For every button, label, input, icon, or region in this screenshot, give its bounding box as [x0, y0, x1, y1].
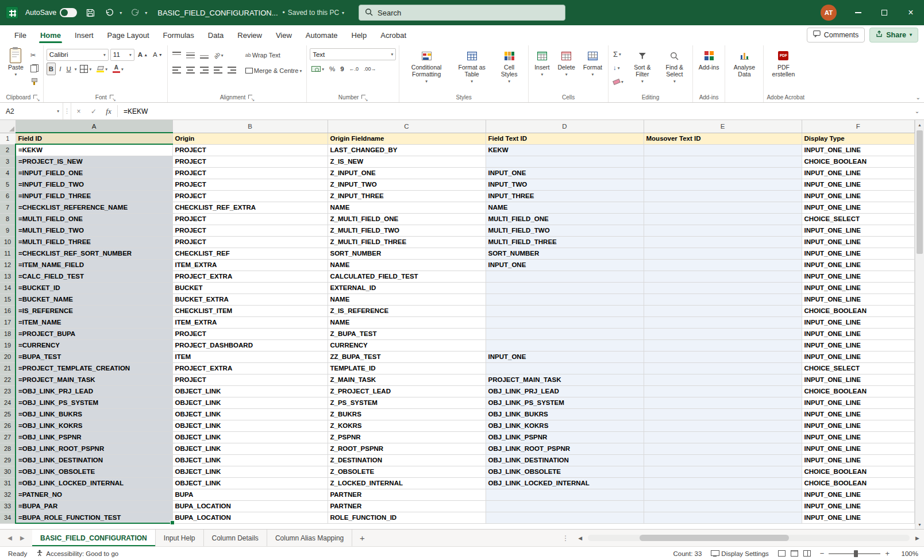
cell-C33[interactable]: PARTNER: [328, 500, 486, 512]
column-header-A[interactable]: A: [16, 120, 172, 133]
row-header-5[interactable]: 5: [0, 179, 16, 190]
align-right-button[interactable]: [198, 64, 210, 76]
cell-C21[interactable]: TEMPLATE_ID: [328, 362, 486, 374]
cell-E23[interactable]: [644, 385, 802, 397]
cell-E26[interactable]: [644, 420, 802, 431]
page-layout-view-icon[interactable]: [791, 550, 798, 557]
alignment-dialog-launcher-icon[interactable]: [248, 95, 254, 101]
cell-B8[interactable]: PROJECT: [172, 213, 328, 225]
increase-font-button[interactable]: A▲: [136, 48, 149, 61]
cell-A33[interactable]: =BUPA_PAR: [16, 500, 172, 512]
vertical-scrollbar-thumb[interactable]: [917, 130, 923, 254]
new-sheet-button[interactable]: +: [352, 530, 372, 546]
font-dialog-launcher-icon[interactable]: [110, 95, 116, 101]
cell-A34[interactable]: =BUPA_ROLE_FUNCTION_TEST: [16, 512, 172, 523]
autosave-toggle[interactable]: AutoSave: [25, 8, 77, 17]
cell-A15[interactable]: =BUCKET_NAME: [16, 293, 172, 305]
document-title[interactable]: BASIC_FIELD_CONFIGURATION...: [157, 9, 278, 17]
percent-style-button[interactable]: %: [328, 63, 337, 75]
column-header-B[interactable]: B: [172, 120, 328, 133]
cell-B7[interactable]: CHECKLIST_REF_EXTRA: [172, 202, 328, 213]
cell-C18[interactable]: Z_BUPA_TEST: [328, 328, 486, 339]
cell-C6[interactable]: Z_INPUT_THREE: [328, 190, 486, 202]
cell-D20[interactable]: INPUT_ONE: [486, 351, 644, 362]
page-break-view-icon[interactable]: [803, 550, 811, 557]
column-header-E[interactable]: E: [644, 120, 802, 133]
cell-D1[interactable]: Field Text ID: [486, 133, 644, 144]
sheet-tab-options-icon[interactable]: ⋮: [559, 534, 572, 542]
font-size-select[interactable]: 11▾: [110, 49, 134, 61]
cell-B9[interactable]: PROJECT: [172, 225, 328, 236]
cell-A22[interactable]: =PROJECT_MAIN_TASK: [16, 374, 172, 385]
collapse-ribbon-icon[interactable]: ⌄: [916, 94, 921, 101]
cell-B10[interactable]: PROJECT: [172, 236, 328, 248]
cell-F34[interactable]: INPUT_ONE_LINE: [802, 512, 915, 523]
cell-C4[interactable]: Z_INPUT_ONE: [328, 167, 486, 179]
borders-button[interactable]: ▾: [78, 63, 93, 75]
cell-A11[interactable]: =CHECKLIST_REF_SORT_NUMBER: [16, 248, 172, 259]
format-painter-button[interactable]: [29, 75, 40, 88]
horizontal-scrollbar-thumb[interactable]: [640, 535, 789, 541]
underline-button[interactable]: U: [64, 63, 72, 75]
cell-F6[interactable]: INPUT_ONE_LINE: [802, 190, 915, 202]
cell-D22[interactable]: PROJECT_MAIN_TASK: [486, 374, 644, 385]
cell-F14[interactable]: INPUT_ONE_LINE: [802, 282, 915, 293]
cell-D27[interactable]: OBJ_LINK_PSPNR: [486, 431, 644, 443]
cell-A28[interactable]: =OBJ_LINK_ROOT_PSPNR: [16, 443, 172, 454]
cell-B13[interactable]: PROJECT_EXTRA: [172, 271, 328, 282]
cell-C17[interactable]: NAME: [328, 316, 486, 328]
cell-B31[interactable]: OBJECT_LINK: [172, 477, 328, 489]
cell-A26[interactable]: =OBJ_LINK_KOKRS: [16, 420, 172, 431]
cell-F27[interactable]: INPUT_ONE_LINE: [802, 431, 915, 443]
cell-B25[interactable]: OBJECT_LINK: [172, 408, 328, 420]
comma-style-button[interactable]: 9: [338, 63, 345, 75]
sheet-tab-column-details[interactable]: Column Details: [204, 530, 267, 546]
font-color-button[interactable]: A▾: [111, 63, 125, 75]
row-header-6[interactable]: 6: [0, 190, 16, 202]
excel-logo-icon[interactable]: [6, 6, 18, 19]
cell-A13[interactable]: =CALC_FIELD_TEST: [16, 271, 172, 282]
cell-F23[interactable]: CHOICE_BOOLEAN: [802, 385, 915, 397]
cell-F9[interactable]: INPUT_ONE_LINE: [802, 225, 915, 236]
cell-C5[interactable]: Z_INPUT_TWO: [328, 179, 486, 190]
ribbon-tab-view[interactable]: View: [270, 27, 298, 44]
cell-F5[interactable]: INPUT_ONE_LINE: [802, 179, 915, 190]
cell-F25[interactable]: INPUT_ONE_LINE: [802, 408, 915, 420]
cell-styles-button[interactable]: Cell Styles ▾: [493, 47, 525, 86]
redo-dropdown-icon[interactable]: ▾: [145, 10, 147, 16]
pdf-erstellen-button[interactable]: PDF PDF erstellen: [767, 47, 800, 79]
cell-A21[interactable]: =PROJECT_TEMPLATE_CREATION: [16, 362, 172, 374]
cell-A2[interactable]: =KEKW: [16, 144, 172, 156]
cell-E22[interactable]: [644, 374, 802, 385]
decrease-decimal-button[interactable]: .00→: [362, 63, 378, 75]
cell-B22[interactable]: PROJECT: [172, 374, 328, 385]
fill-button[interactable]: ↓▾: [611, 61, 625, 74]
horizontal-scrollbar[interactable]: [588, 535, 910, 541]
cell-C14[interactable]: EXTERNAL_ID: [328, 282, 486, 293]
ribbon-tab-review[interactable]: Review: [231, 27, 268, 44]
row-header-31[interactable]: 31: [0, 477, 16, 489]
cell-A3[interactable]: =PROJECT_IS_NEW: [16, 156, 172, 167]
insert-function-icon[interactable]: fx: [101, 103, 116, 119]
cell-B21[interactable]: PROJECT_EXTRA: [172, 362, 328, 374]
cell-B18[interactable]: PROJECT: [172, 328, 328, 339]
cell-B6[interactable]: PROJECT: [172, 190, 328, 202]
cell-D26[interactable]: OBJ_LINK_KOKRS: [486, 420, 644, 431]
cell-D19[interactable]: [486, 339, 644, 351]
row-header-19[interactable]: 19: [0, 339, 16, 351]
row-header-15[interactable]: 15: [0, 293, 16, 305]
cell-D33[interactable]: [486, 500, 644, 512]
cell-A5[interactable]: =INPUT_FIELD_TWO: [16, 179, 172, 190]
row-header-27[interactable]: 27: [0, 431, 16, 443]
row-header-10[interactable]: 10: [0, 236, 16, 248]
sort-filter-button[interactable]: Sort & Filter ▾: [627, 47, 657, 86]
close-button[interactable]: ×: [898, 0, 924, 25]
row-header-20[interactable]: 20: [0, 351, 16, 362]
cell-A25[interactable]: =OBJ_LINK_BUKRS: [16, 408, 172, 420]
cell-F7[interactable]: INPUT_ONE_LINE: [802, 202, 915, 213]
cell-A8[interactable]: =MULTI_FIELD_ONE: [16, 213, 172, 225]
cell-D17[interactable]: [486, 316, 644, 328]
cell-E2[interactable]: [644, 144, 802, 156]
cell-E31[interactable]: [644, 477, 802, 489]
cell-E5[interactable]: [644, 179, 802, 190]
